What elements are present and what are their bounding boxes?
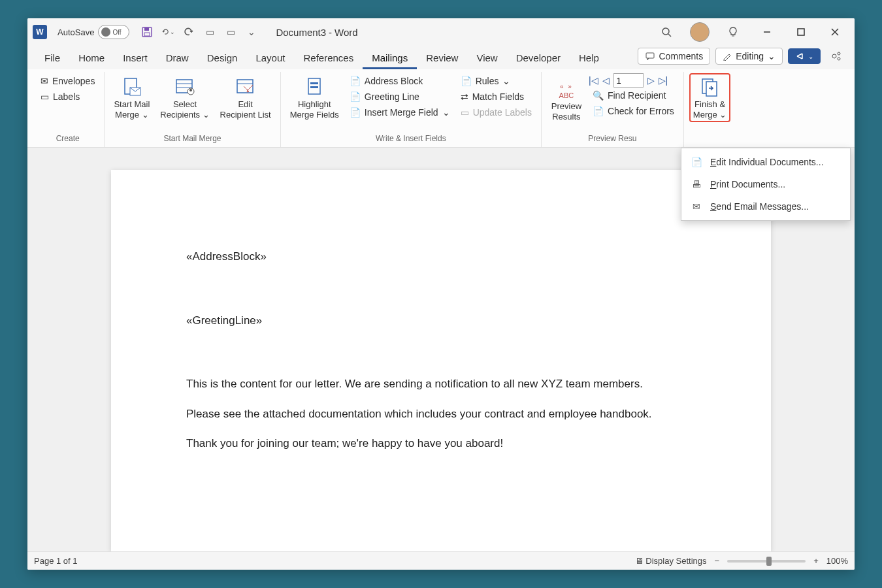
tab-view[interactable]: View bbox=[467, 48, 506, 69]
print-documents-item[interactable]: 🖶 Print Documents... bbox=[681, 173, 850, 195]
doc-name: Document3 bbox=[276, 27, 326, 38]
find-recipient-button[interactable]: 🔍 Find Recipient bbox=[589, 88, 678, 103]
preview-results-button[interactable]: « » ABC PreviewResults bbox=[547, 73, 586, 124]
body-paragraph-3[interactable]: Thank you for joining our team; we're ha… bbox=[186, 435, 696, 452]
envelopes-button[interactable]: ✉ Envelopes bbox=[37, 73, 99, 89]
prev-record-icon[interactable]: ◁ bbox=[602, 75, 610, 86]
svg-rect-7 bbox=[798, 29, 804, 35]
title-bar: W AutoSave Off ⌄ ▭ ▭ ⌄ Document3 bbox=[27, 18, 855, 46]
highlight-merge-fields-button[interactable]: HighlightMerge Fields bbox=[286, 73, 343, 122]
start-mail-merge-button[interactable]: Start MailMerge ⌄ bbox=[110, 73, 154, 122]
send-email-label: Send Email Messages... bbox=[710, 201, 809, 212]
send-email-messages-item[interactable]: ✉ Send Email Messages... bbox=[681, 195, 850, 218]
address-block-button[interactable]: 📄 Address Block bbox=[346, 73, 454, 89]
svg-rect-10 bbox=[646, 53, 654, 58]
svg-rect-24 bbox=[310, 82, 318, 84]
finish-merge-icon bbox=[699, 76, 721, 98]
qat-btn-1[interactable]: ▭ bbox=[203, 25, 217, 39]
check-errors-button[interactable]: 📄 Check for Errors bbox=[589, 103, 678, 119]
rules-button[interactable]: 📄 Rules ⌄ bbox=[457, 73, 536, 89]
mail-merge-icon bbox=[121, 76, 143, 98]
zoom-in-button[interactable]: + bbox=[813, 556, 819, 566]
labels-button[interactable]: ▭ Labels bbox=[37, 89, 99, 105]
last-record-icon[interactable]: ▷| bbox=[659, 75, 668, 86]
update-icon: ▭ bbox=[461, 107, 469, 118]
user-avatar[interactable] bbox=[690, 22, 710, 42]
update-labels-button: ▭ Update Labels bbox=[457, 105, 536, 120]
edit-individual-documents-item[interactable]: 📄 Edit Individual Documents... bbox=[681, 151, 850, 173]
group-start-label: Start Mail Merge bbox=[110, 133, 274, 146]
document-page[interactable]: «AddressBlock» «GreetingLine» This is th… bbox=[111, 170, 771, 551]
greeting-line-label: Greeting Line bbox=[365, 91, 419, 102]
tab-layout[interactable]: Layout bbox=[246, 48, 294, 69]
redo-icon[interactable] bbox=[182, 25, 196, 39]
tab-references[interactable]: References bbox=[294, 48, 363, 69]
tab-design[interactable]: Design bbox=[198, 48, 247, 69]
svg-rect-2 bbox=[144, 33, 150, 36]
merge-field-greeting-line[interactable]: «GreetingLine» bbox=[186, 312, 696, 329]
doc-icon: 📄 bbox=[350, 107, 361, 118]
lightbulb-icon[interactable] bbox=[723, 22, 743, 42]
collapse-ribbon-icon[interactable] bbox=[826, 46, 847, 67]
svg-rect-25 bbox=[310, 86, 318, 88]
print-docs-label: Print Documents... bbox=[710, 179, 785, 189]
body-paragraph-2[interactable]: Please see the attached documentation wh… bbox=[186, 406, 696, 423]
comments-button[interactable]: Comments bbox=[638, 48, 711, 65]
group-preview: « » ABC PreviewResults |◁ ◁ ▷ ▷| 🔍 bbox=[542, 72, 684, 147]
labels-label: Labels bbox=[53, 91, 80, 102]
autosave-control[interactable]: AutoSave Off bbox=[57, 25, 129, 39]
save-icon[interactable] bbox=[140, 25, 154, 39]
record-number-input[interactable] bbox=[613, 73, 644, 88]
qat-btn-2[interactable]: ▭ bbox=[223, 25, 238, 39]
title-dash: - bbox=[329, 27, 332, 38]
zoom-out-button[interactable]: − bbox=[715, 556, 720, 566]
tab-mailings[interactable]: Mailings bbox=[363, 48, 417, 69]
group-write-insert: HighlightMerge Fields 📄 Address Block 📄 … bbox=[281, 72, 542, 147]
qat-dropdown[interactable]: ⌄ bbox=[244, 25, 259, 39]
zoom-thumb[interactable] bbox=[766, 557, 772, 566]
close-button[interactable] bbox=[825, 22, 845, 42]
ribbon: ✉ Envelopes ▭ Labels Create Star bbox=[27, 69, 855, 148]
tab-insert[interactable]: Insert bbox=[114, 48, 157, 69]
search-icon[interactable] bbox=[656, 22, 677, 42]
select-recipients-button[interactable]: SelectRecipients ⌄ bbox=[156, 73, 213, 122]
minimize-button[interactable] bbox=[757, 22, 777, 42]
group-write-label: Write & Insert Fields bbox=[286, 133, 536, 146]
envelope-icon: ✉ bbox=[41, 76, 48, 86]
display-settings-button[interactable]: 🖥 Display Settings bbox=[635, 556, 707, 566]
merge-field-address-block[interactable]: «AddressBlock» bbox=[186, 248, 696, 265]
app-window: W AutoSave Off ⌄ ▭ ▭ ⌄ Document3 bbox=[27, 18, 855, 570]
insert-merge-field-button[interactable]: 📄 Insert Merge Field ⌄ bbox=[346, 105, 454, 120]
chevron-down-icon: ⌄ bbox=[502, 76, 510, 86]
edit-recipient-list-button[interactable]: EditRecipient List bbox=[216, 73, 275, 122]
chevron-down-icon: ⌄ bbox=[768, 51, 776, 61]
tab-developer[interactable]: Developer bbox=[507, 48, 570, 69]
tab-review[interactable]: Review bbox=[417, 48, 467, 69]
tab-draw[interactable]: Draw bbox=[157, 48, 198, 69]
group-create: ✉ Envelopes ▭ Labels Create bbox=[31, 72, 105, 147]
comments-label: Comments bbox=[659, 51, 704, 61]
rules-icon: 📄 bbox=[461, 76, 472, 86]
share-button[interactable]: ⌄ bbox=[788, 48, 821, 64]
next-record-icon[interactable]: ▷ bbox=[647, 75, 655, 86]
maximize-button[interactable] bbox=[791, 22, 811, 42]
greeting-line-button[interactable]: 📄 Greeting Line bbox=[346, 89, 454, 105]
edit-docs-label: Edit Individual Documents... bbox=[710, 157, 824, 167]
zoom-level[interactable]: 100% bbox=[826, 556, 848, 566]
address-block-label: Address Block bbox=[365, 76, 423, 86]
match-fields-button[interactable]: ⇄ Match Fields bbox=[457, 89, 536, 105]
tab-home[interactable]: Home bbox=[69, 48, 114, 69]
page-indicator[interactable]: Page 1 of 1 bbox=[34, 556, 78, 566]
first-record-icon[interactable]: |◁ bbox=[589, 75, 598, 86]
tab-file[interactable]: File bbox=[35, 48, 69, 69]
tab-help[interactable]: Help bbox=[570, 48, 608, 69]
finish-merge-button[interactable]: Finish &Merge ⌄ bbox=[689, 73, 730, 122]
autosave-toggle[interactable]: Off bbox=[98, 25, 129, 39]
record-navigation: |◁ ◁ ▷ ▷| bbox=[589, 73, 678, 88]
body-paragraph-1[interactable]: This is the content for our letter. We a… bbox=[186, 376, 696, 393]
zoom-slider[interactable] bbox=[727, 560, 806, 563]
svg-point-12 bbox=[838, 52, 840, 55]
undo-icon[interactable]: ⌄ bbox=[161, 25, 175, 39]
editing-mode-button[interactable]: Editing ⌄ bbox=[715, 48, 783, 65]
printer-icon: 🖶 bbox=[691, 178, 702, 190]
